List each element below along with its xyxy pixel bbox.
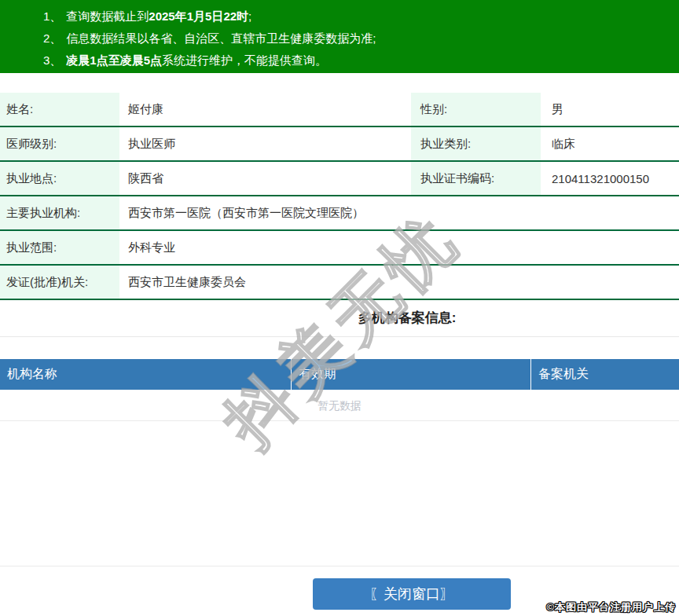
name-value: 姬付康 bbox=[119, 102, 411, 117]
gender-label: 性别: bbox=[411, 93, 541, 126]
table-row-practice-scope: 执业范围: 外科专业 bbox=[0, 231, 679, 266]
no-data-placeholder: 暂无数据 bbox=[0, 390, 679, 421]
main-institution-label: 主要执业机构: bbox=[0, 196, 119, 229]
notice-text: 系统进行维护，不能提供查询。 bbox=[162, 53, 327, 67]
notice-text: 查询数据截止到 bbox=[66, 9, 149, 23]
upload-credit-text: ©本图由平台注册用户上传 bbox=[546, 600, 676, 614]
close-window-button[interactable]: 〖关闭窗口〗 bbox=[313, 578, 511, 610]
section-divider: 多机构备案信息: bbox=[0, 300, 679, 337]
notice-number: 1、 bbox=[43, 9, 61, 23]
notice-line-2: 2、信息数据结果以各省、自治区、直辖市卫生健康委数据为准; bbox=[43, 28, 671, 50]
notice-text-bold: 2025年1月5日22时 bbox=[149, 9, 248, 23]
physician-level-value: 执业医师 bbox=[119, 137, 411, 152]
table-row-main-institution: 主要执业机构: 西安市第一医院（西安市第一医院文理医院） bbox=[0, 196, 679, 231]
physician-level-label: 医师级别: bbox=[0, 127, 119, 160]
issuing-authority-value: 西安市卫生健康委员会 bbox=[119, 275, 679, 290]
name-label: 姓名: bbox=[0, 93, 119, 126]
practice-location-value: 陕西省 bbox=[119, 171, 411, 186]
certificate-number-label: 执业证书编码: bbox=[411, 162, 541, 195]
notice-text: 信息数据结果以各省、自治区、直辖市卫生健康委数据为准; bbox=[66, 31, 376, 45]
notice-text-bold: 凌晨1点至凌晨5点 bbox=[66, 53, 162, 67]
notice-banner: 1、查询数据截止到2025年1月5日22时; 2、信息数据结果以各省、自治区、直… bbox=[0, 0, 679, 73]
physician-info-table: 姓名: 姬付康 性别: 男 医师级别: 执业医师 执业类别: 临床 执业地点: … bbox=[0, 93, 679, 300]
gender-value: 男 bbox=[541, 102, 679, 117]
main-institution-value: 西安市第一医院（西安市第一医院文理医院） bbox=[119, 206, 679, 221]
footer-divider bbox=[0, 566, 679, 566]
issuing-authority-label: 发证(批准)机关: bbox=[0, 266, 119, 299]
records-table-header: 机构名称 有效期 备案机关 bbox=[0, 359, 679, 390]
table-row-issuing-authority: 发证(批准)机关: 西安市卫生健康委员会 bbox=[0, 266, 679, 300]
practice-scope-label: 执业范围: bbox=[0, 231, 119, 264]
notice-line-3: 3、凌晨1点至凌晨5点系统进行维护，不能提供查询。 bbox=[43, 50, 671, 72]
practice-location-label: 执业地点: bbox=[0, 162, 119, 195]
notice-number: 3、 bbox=[43, 53, 61, 67]
table-row-level-category: 医师级别: 执业医师 执业类别: 临床 bbox=[0, 127, 679, 162]
notice-number: 2、 bbox=[43, 31, 61, 45]
table-row-location-certificate: 执业地点: 陕西省 执业证书编码: 210411321000150 bbox=[0, 162, 679, 196]
practice-category-value: 临床 bbox=[541, 137, 679, 152]
certificate-number-value: 210411321000150 bbox=[541, 172, 679, 185]
column-header-institution-name: 机构名称 bbox=[0, 359, 291, 390]
multi-institution-section-title: 多机构备案信息: bbox=[135, 300, 679, 336]
notice-line-1: 1、查询数据截止到2025年1月5日22时; bbox=[43, 6, 671, 28]
table-row-name-gender: 姓名: 姬付康 性别: 男 bbox=[0, 93, 679, 127]
notice-text: ; bbox=[248, 9, 251, 23]
column-header-validity-period: 有效期 bbox=[291, 359, 530, 390]
practice-scope-value: 外科专业 bbox=[119, 240, 679, 255]
column-header-record-authority: 备案机关 bbox=[530, 359, 679, 390]
practice-category-label: 执业类别: bbox=[411, 127, 541, 160]
